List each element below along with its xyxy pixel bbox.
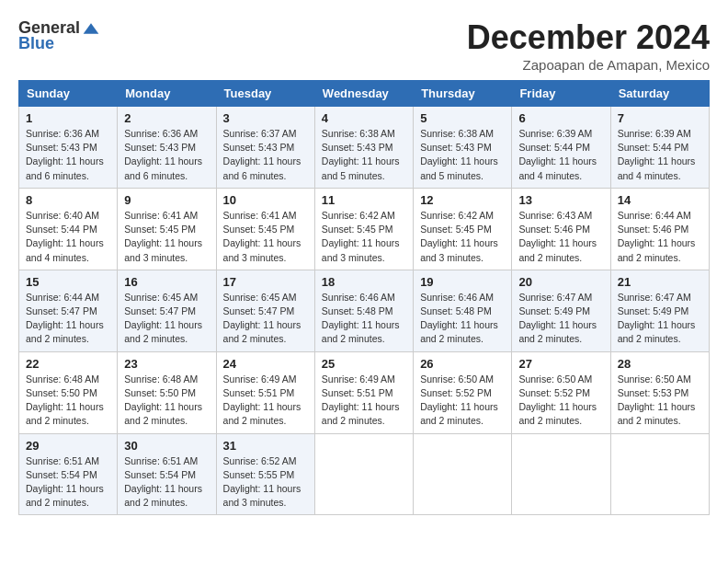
day-info: Sunrise: 6:44 AMSunset: 5:46 PMDaylight:… bbox=[618, 210, 696, 263]
day-info: Sunrise: 6:50 AMSunset: 5:52 PMDaylight:… bbox=[518, 373, 597, 427]
calendar-week-4: 22 Sunrise: 6:48 AMSunset: 5:50 PMDaylig… bbox=[19, 351, 710, 433]
day-info: Sunrise: 6:44 AMSunset: 5:47 PMDaylight:… bbox=[26, 292, 104, 345]
day-number: 16 bbox=[124, 275, 209, 289]
col-monday: Monday bbox=[118, 81, 216, 107]
table-row: 6 Sunrise: 6:39 AMSunset: 5:44 PMDayligh… bbox=[512, 107, 610, 189]
col-tuesday: Tuesday bbox=[216, 81, 314, 107]
svg-marker-0 bbox=[84, 23, 99, 34]
table-row: 16 Sunrise: 6:45 AMSunset: 5:47 PMDaylig… bbox=[118, 270, 216, 351]
table-row: 13 Sunrise: 6:43 AMSunset: 5:46 PMDaylig… bbox=[512, 188, 610, 270]
empty-cell bbox=[414, 433, 512, 515]
day-info: Sunrise: 6:36 AMSunset: 5:43 PMDaylight:… bbox=[124, 128, 202, 181]
col-wednesday: Wednesday bbox=[314, 81, 413, 107]
day-info: Sunrise: 6:37 AMSunset: 5:43 PMDaylight:… bbox=[223, 128, 301, 181]
table-row: 29 Sunrise: 6:51 AMSunset: 5:54 PMDaylig… bbox=[19, 433, 118, 515]
day-info: Sunrise: 6:52 AMSunset: 5:55 PMDaylight:… bbox=[223, 455, 301, 509]
table-row: 4 Sunrise: 6:38 AMSunset: 5:43 PMDayligh… bbox=[314, 107, 413, 189]
day-number: 29 bbox=[26, 439, 110, 453]
table-row: 21 Sunrise: 6:47 AMSunset: 5:49 PMDaylig… bbox=[610, 270, 709, 351]
table-row: 20 Sunrise: 6:47 AMSunset: 5:49 PMDaylig… bbox=[512, 270, 610, 351]
table-row: 30 Sunrise: 6:51 AMSunset: 5:54 PMDaylig… bbox=[118, 433, 216, 515]
table-row: 17 Sunrise: 6:45 AMSunset: 5:47 PMDaylig… bbox=[216, 270, 314, 351]
day-number: 17 bbox=[223, 275, 308, 289]
page-header: General Blue December 2024 Zapoapan de A… bbox=[18, 18, 710, 73]
table-row: 31 Sunrise: 6:52 AMSunset: 5:55 PMDaylig… bbox=[216, 433, 314, 515]
logo-blue-text: Blue bbox=[18, 34, 54, 53]
table-row: 25 Sunrise: 6:49 AMSunset: 5:51 PMDaylig… bbox=[314, 351, 413, 433]
table-row: 10 Sunrise: 6:41 AMSunset: 5:45 PMDaylig… bbox=[216, 188, 314, 270]
empty-cell bbox=[314, 433, 413, 515]
day-info: Sunrise: 6:47 AMSunset: 5:49 PMDaylight:… bbox=[518, 292, 597, 345]
location-subtitle: Zapoapan de Amapan, Mexico bbox=[467, 57, 710, 73]
table-row: 19 Sunrise: 6:46 AMSunset: 5:48 PMDaylig… bbox=[414, 270, 512, 351]
day-number: 1 bbox=[26, 111, 110, 125]
day-number: 24 bbox=[223, 357, 308, 371]
day-info: Sunrise: 6:49 AMSunset: 5:51 PMDaylight:… bbox=[223, 373, 301, 427]
day-info: Sunrise: 6:42 AMSunset: 5:45 PMDaylight:… bbox=[420, 210, 498, 263]
table-row: 9 Sunrise: 6:41 AMSunset: 5:45 PMDayligh… bbox=[118, 188, 216, 270]
day-number: 25 bbox=[322, 357, 406, 371]
day-info: Sunrise: 6:46 AMSunset: 5:48 PMDaylight:… bbox=[322, 292, 400, 345]
day-info: Sunrise: 6:38 AMSunset: 5:43 PMDaylight:… bbox=[420, 128, 498, 181]
table-row: 28 Sunrise: 6:50 AMSunset: 5:53 PMDaylig… bbox=[610, 351, 709, 433]
day-info: Sunrise: 6:51 AMSunset: 5:54 PMDaylight:… bbox=[124, 455, 202, 509]
day-info: Sunrise: 6:42 AMSunset: 5:45 PMDaylight:… bbox=[322, 210, 400, 263]
day-number: 6 bbox=[518, 111, 603, 125]
title-block: December 2024 Zapoapan de Amapan, Mexico bbox=[467, 18, 710, 73]
empty-cell bbox=[610, 433, 709, 515]
day-info: Sunrise: 6:51 AMSunset: 5:54 PMDaylight:… bbox=[26, 455, 104, 509]
day-number: 4 bbox=[322, 111, 406, 125]
day-info: Sunrise: 6:38 AMSunset: 5:43 PMDaylight:… bbox=[322, 128, 400, 181]
day-number: 5 bbox=[420, 111, 505, 125]
day-number: 19 bbox=[420, 275, 505, 289]
calendar-week-1: 1 Sunrise: 6:36 AMSunset: 5:43 PMDayligh… bbox=[19, 107, 710, 189]
day-number: 27 bbox=[518, 357, 603, 371]
day-number: 26 bbox=[420, 357, 505, 371]
day-info: Sunrise: 6:48 AMSunset: 5:50 PMDaylight:… bbox=[124, 373, 202, 427]
col-friday: Friday bbox=[512, 81, 610, 107]
day-info: Sunrise: 6:43 AMSunset: 5:46 PMDaylight:… bbox=[518, 210, 597, 263]
calendar-week-5: 29 Sunrise: 6:51 AMSunset: 5:54 PMDaylig… bbox=[19, 433, 710, 515]
table-row: 27 Sunrise: 6:50 AMSunset: 5:52 PMDaylig… bbox=[512, 351, 610, 433]
day-number: 28 bbox=[618, 357, 702, 371]
day-info: Sunrise: 6:47 AMSunset: 5:49 PMDaylight:… bbox=[618, 292, 696, 345]
day-number: 10 bbox=[223, 193, 308, 207]
day-info: Sunrise: 6:41 AMSunset: 5:45 PMDaylight:… bbox=[223, 210, 301, 263]
day-info: Sunrise: 6:50 AMSunset: 5:52 PMDaylight:… bbox=[420, 373, 498, 427]
day-number: 14 bbox=[618, 193, 702, 207]
table-row: 11 Sunrise: 6:42 AMSunset: 5:45 PMDaylig… bbox=[314, 188, 413, 270]
table-row: 26 Sunrise: 6:50 AMSunset: 5:52 PMDaylig… bbox=[414, 351, 512, 433]
day-number: 21 bbox=[618, 275, 702, 289]
day-number: 15 bbox=[26, 275, 110, 289]
logo-icon bbox=[82, 19, 100, 38]
day-number: 2 bbox=[124, 111, 209, 125]
table-row: 18 Sunrise: 6:46 AMSunset: 5:48 PMDaylig… bbox=[314, 270, 413, 351]
day-info: Sunrise: 6:50 AMSunset: 5:53 PMDaylight:… bbox=[618, 373, 696, 427]
table-row: 5 Sunrise: 6:38 AMSunset: 5:43 PMDayligh… bbox=[414, 107, 512, 189]
logo: General Blue bbox=[18, 18, 100, 53]
day-info: Sunrise: 6:40 AMSunset: 5:44 PMDaylight:… bbox=[26, 210, 104, 263]
day-number: 12 bbox=[420, 193, 505, 207]
day-info: Sunrise: 6:41 AMSunset: 5:45 PMDaylight:… bbox=[124, 210, 202, 263]
table-row: 3 Sunrise: 6:37 AMSunset: 5:43 PMDayligh… bbox=[216, 107, 314, 189]
table-row: 12 Sunrise: 6:42 AMSunset: 5:45 PMDaylig… bbox=[414, 188, 512, 270]
day-number: 13 bbox=[518, 193, 603, 207]
day-info: Sunrise: 6:39 AMSunset: 5:44 PMDaylight:… bbox=[518, 128, 597, 181]
month-title: December 2024 bbox=[467, 18, 710, 57]
day-number: 8 bbox=[26, 193, 110, 207]
day-number: 20 bbox=[518, 275, 603, 289]
day-info: Sunrise: 6:49 AMSunset: 5:51 PMDaylight:… bbox=[322, 373, 400, 427]
day-info: Sunrise: 6:45 AMSunset: 5:47 PMDaylight:… bbox=[223, 292, 301, 345]
day-info: Sunrise: 6:48 AMSunset: 5:50 PMDaylight:… bbox=[26, 373, 104, 427]
day-info: Sunrise: 6:46 AMSunset: 5:48 PMDaylight:… bbox=[420, 292, 498, 345]
day-number: 11 bbox=[322, 193, 406, 207]
day-number: 9 bbox=[124, 193, 209, 207]
day-number: 3 bbox=[223, 111, 308, 125]
table-row: 7 Sunrise: 6:39 AMSunset: 5:44 PMDayligh… bbox=[610, 107, 709, 189]
table-row: 22 Sunrise: 6:48 AMSunset: 5:50 PMDaylig… bbox=[19, 351, 118, 433]
day-number: 7 bbox=[618, 111, 702, 125]
day-info: Sunrise: 6:45 AMSunset: 5:47 PMDaylight:… bbox=[124, 292, 202, 345]
col-thursday: Thursday bbox=[414, 81, 512, 107]
col-saturday: Saturday bbox=[610, 81, 709, 107]
empty-cell bbox=[512, 433, 610, 515]
